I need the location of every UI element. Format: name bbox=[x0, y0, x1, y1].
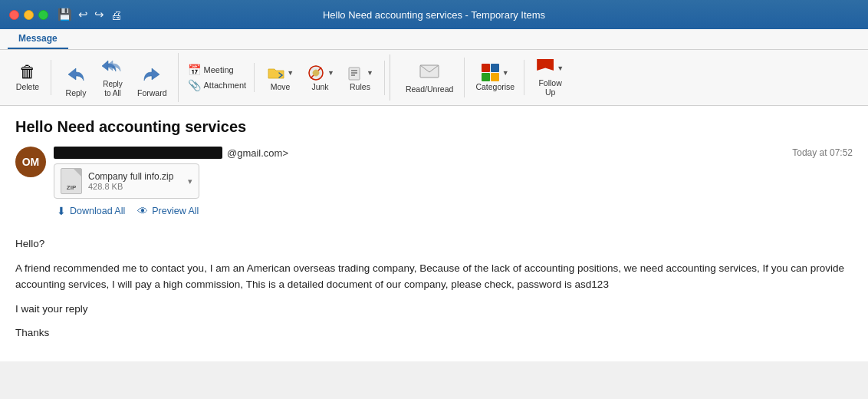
undo-icon[interactable]: ↩ bbox=[78, 8, 88, 21]
reply-all-label: Replyto All bbox=[103, 80, 123, 98]
ribbon-tabs: Message bbox=[0, 29, 868, 50]
delete-button[interactable]: 🗑 Delete bbox=[11, 61, 44, 94]
move-label: Move bbox=[266, 82, 295, 94]
ribbon-group-meeting: 📅 Meeting 📎 Attachment bbox=[180, 63, 255, 92]
download-all-label: Download All bbox=[70, 206, 125, 216]
read-unread-button[interactable]: Read/Unread bbox=[401, 59, 458, 97]
rules-button[interactable]: ▼ Rules bbox=[342, 62, 378, 94]
ribbon-group-delete: 🗑 Delete bbox=[5, 60, 51, 96]
body-greeting: Hello? bbox=[15, 236, 853, 252]
forward-label: Forward bbox=[137, 88, 167, 98]
ribbon-group-reply: Reply Replyto All Forward bbox=[53, 53, 179, 102]
sender-email: @gmail.com> bbox=[227, 147, 288, 159]
follow-up-button[interactable]: ▼ FollowUp bbox=[532, 57, 568, 99]
reply-all-button[interactable]: Replyto All bbox=[96, 54, 130, 101]
attachment-chevron-icon[interactable]: ▾ bbox=[188, 176, 192, 186]
ribbon-group-followup: ▼ FollowUp bbox=[526, 55, 574, 101]
avatar: OM bbox=[15, 147, 46, 177]
window-title: Hello Need accounting services - Tempora… bbox=[323, 9, 545, 21]
reply-icon bbox=[65, 65, 87, 87]
body-closing: Thanks bbox=[15, 325, 853, 341]
attachment-name: Company full info.zip bbox=[88, 171, 182, 182]
attachment-info: Company full info.zip 428.8 KB bbox=[88, 171, 182, 191]
maximize-button[interactable] bbox=[38, 10, 48, 20]
attachment-icon: 📎 bbox=[188, 79, 201, 91]
email-meta: OM @gmail.com> Today at 07:52 ZIP Compan… bbox=[15, 147, 853, 228]
title-bar: 💾 ↩ ↪ 🖨 Hello Need accounting services -… bbox=[0, 0, 868, 29]
rules-icon-area: ▼ bbox=[342, 62, 378, 82]
download-icon: ⬇ bbox=[57, 205, 66, 217]
save-icon[interactable]: 💾 bbox=[58, 8, 72, 21]
zip-label: ZIP bbox=[67, 184, 76, 191]
trash-icon: 🗑 bbox=[19, 64, 36, 81]
flag-icon bbox=[537, 59, 554, 76]
minimize-button[interactable] bbox=[24, 10, 34, 20]
junk-icon-area: ▼ bbox=[301, 62, 339, 82]
tab-message[interactable]: Message bbox=[8, 29, 68, 49]
email-icon bbox=[419, 61, 440, 83]
print-icon[interactable]: 🖨 bbox=[110, 8, 122, 21]
close-button[interactable] bbox=[9, 10, 19, 20]
attachment-button[interactable]: 📎 Attachment bbox=[185, 78, 250, 92]
email-time: Today at 07:52 bbox=[792, 147, 853, 158]
rules-label: Rules bbox=[345, 82, 375, 94]
attachment-size: 428.8 KB bbox=[88, 182, 182, 191]
meeting-button[interactable]: 📅 Meeting bbox=[185, 63, 250, 77]
move-icon-area: ▼ bbox=[262, 62, 298, 82]
ribbon-group-move: ▼ Move ▼ Junk bbox=[256, 61, 385, 95]
reply-label: Reply bbox=[66, 88, 87, 98]
attachment-label: Attachment bbox=[204, 81, 247, 90]
ribbon-content: 🗑 Delete Reply bbox=[0, 50, 868, 105]
categorise-icon-area: ▼ bbox=[477, 61, 514, 82]
attachment-actions: ⬇ Download All 👁 Preview All bbox=[57, 205, 853, 217]
follow-up-label: FollowUp bbox=[535, 78, 564, 99]
window-controls: 💾 ↩ ↪ 🖨 bbox=[58, 8, 122, 21]
download-all-button[interactable]: ⬇ Download All bbox=[57, 205, 125, 217]
ribbon: Message 🗑 Delete Reply bbox=[0, 29, 868, 106]
categorise-button[interactable]: ▼ Categorise bbox=[472, 61, 518, 94]
junk-button[interactable]: ▼ Junk bbox=[301, 62, 339, 94]
ribbon-group-categorise: ▼ Categorise bbox=[466, 60, 524, 95]
move-button[interactable]: ▼ Move bbox=[262, 62, 298, 94]
forward-icon bbox=[141, 65, 163, 87]
delete-label: Delete bbox=[16, 82, 39, 92]
email-body: Hello? A friend recommended me to contac… bbox=[15, 236, 853, 341]
email-content-area: Hello Need accounting services OM @gmail… bbox=[0, 106, 868, 361]
meeting-label: Meeting bbox=[204, 65, 234, 74]
categorise-label: Categorise bbox=[472, 82, 518, 94]
zip-file-icon: ZIP bbox=[61, 168, 82, 194]
ribbon-group-readunread: Read/Unread bbox=[395, 58, 465, 98]
preview-all-button[interactable]: 👁 Preview All bbox=[137, 205, 199, 217]
junk-label: Junk bbox=[307, 82, 333, 94]
ribbon-divider-1 bbox=[390, 54, 390, 101]
email-subject: Hello Need accounting services bbox=[15, 118, 853, 136]
sender-row: @gmail.com> Today at 07:52 bbox=[54, 147, 853, 159]
preview-all-label: Preview All bbox=[152, 206, 199, 216]
redo-icon[interactable]: ↪ bbox=[94, 8, 104, 21]
read-unread-label: Read/Unread bbox=[406, 84, 453, 94]
sender-name-redacted bbox=[54, 147, 222, 159]
calendar-icon: 📅 bbox=[188, 64, 201, 76]
body-waiting: I wait your reply bbox=[15, 301, 853, 318]
sender-info: @gmail.com> Today at 07:52 ZIP Company f… bbox=[54, 147, 853, 228]
traffic-lights bbox=[9, 10, 48, 20]
preview-icon: 👁 bbox=[137, 205, 148, 217]
forward-button[interactable]: Forward bbox=[133, 63, 172, 101]
body-main: A friend recommended me to contact you, … bbox=[15, 260, 853, 293]
reply-all-icon bbox=[100, 57, 125, 78]
attachment-box[interactable]: ZIP Company full info.zip 428.8 KB ▾ bbox=[54, 163, 199, 199]
svg-rect-4 bbox=[349, 68, 360, 80]
followup-icon-area: ▼ bbox=[532, 57, 568, 78]
reply-button[interactable]: Reply bbox=[59, 63, 93, 101]
